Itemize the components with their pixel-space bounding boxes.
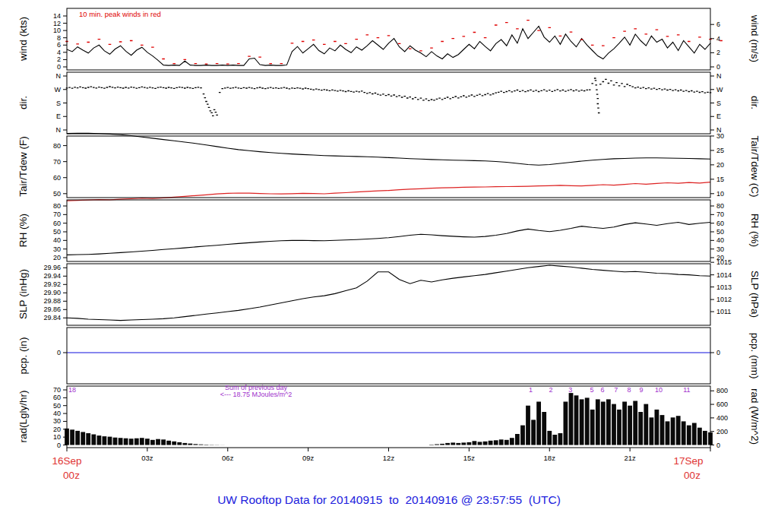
tick-label: 30 xyxy=(53,245,61,253)
peak-winds-note: 10 min. peak winds in red xyxy=(79,10,161,18)
rad-bar xyxy=(617,410,621,445)
panel-border xyxy=(67,72,710,134)
rad-bar xyxy=(188,444,192,445)
tick-label: 29.96 xyxy=(43,264,61,271)
tair-line xyxy=(67,133,710,165)
rad-bar xyxy=(644,404,648,445)
tick-label: 1013 xyxy=(716,283,732,291)
rad-hour-marker: 1 xyxy=(529,386,533,394)
tick-label: 50 xyxy=(53,402,61,410)
wind-direction-dots xyxy=(66,78,712,115)
tick-label: 4 xyxy=(57,49,61,56)
tick-label: 50 xyxy=(716,228,724,236)
rad-bar xyxy=(564,402,568,445)
rad-bar xyxy=(655,410,659,445)
tick-label: 30 xyxy=(716,132,724,140)
rad-bar xyxy=(451,442,455,445)
tick-label: 20 xyxy=(716,161,724,169)
rad-bar xyxy=(161,439,166,445)
rad-bar xyxy=(81,432,85,445)
rad-bar xyxy=(103,436,107,445)
rad-bar xyxy=(633,401,637,445)
rad-bar xyxy=(177,442,182,445)
rad-bar xyxy=(119,438,123,445)
tick-label: 40 xyxy=(53,236,61,244)
rad-bar xyxy=(703,431,707,445)
rad-hour-marker: 7 xyxy=(614,386,618,394)
rad-bar xyxy=(585,397,590,445)
tick-label: 60 xyxy=(53,220,61,227)
rad-bar xyxy=(628,406,632,445)
rad-bar xyxy=(199,445,204,445)
tick-label: 30 xyxy=(716,245,724,253)
rad-bar xyxy=(590,410,595,445)
rad-bar xyxy=(108,437,112,445)
x-axis-end-hour: 00z xyxy=(684,470,701,481)
meteogram-plot: 024681012140246NWSENNWSEN506070801015202… xyxy=(0,0,778,532)
tick-label: 29.92 xyxy=(43,280,61,288)
tick-label: 29.88 xyxy=(43,297,61,305)
x-tick-label: 03z xyxy=(141,454,153,462)
x-tick-label: 12z xyxy=(383,454,395,462)
tick-label: N xyxy=(56,126,62,134)
tick-label: 40 xyxy=(53,410,61,417)
rad-bar xyxy=(91,435,96,445)
rad-bar xyxy=(660,415,665,445)
rad-bar xyxy=(86,433,90,445)
tick-label: 60 xyxy=(53,394,61,401)
panel-slp: 29.8429.8629.8829.9029.9229.9429.9610111… xyxy=(43,258,732,325)
rad-bar xyxy=(194,444,198,445)
rad-bar xyxy=(697,428,702,445)
rad-bar xyxy=(150,440,155,445)
rad-bar xyxy=(478,442,482,445)
wind-direction-streaks xyxy=(204,81,600,116)
rad-hour-marker: 11 xyxy=(683,386,690,394)
tick-label: 2 xyxy=(716,49,720,56)
rad-bar xyxy=(182,443,187,445)
y-axis-label-temp-left: Tair/Tdew (F) xyxy=(17,136,29,197)
panel-rh: 2030405060708020304050607080 xyxy=(53,200,724,261)
panel-border xyxy=(67,136,710,198)
y-axis-label-slp-right: SLP (hPa) xyxy=(749,271,761,318)
tick-label: 80 xyxy=(53,142,61,150)
tick-label: 400 xyxy=(716,414,728,422)
y-axis-label-pcp-left: pcp. (in) xyxy=(17,337,29,375)
rad-bar xyxy=(612,404,616,445)
panel-rad: 0102030405060700200400600800181235678910… xyxy=(53,386,728,449)
panel-border xyxy=(67,8,710,70)
panel-border xyxy=(67,264,710,325)
rad-bar xyxy=(440,444,444,445)
rad-hour-marker: 9 xyxy=(639,386,643,394)
tick-label: W xyxy=(716,86,723,93)
y-axis-label-rh-left: RH (%) xyxy=(17,214,29,247)
tick-label: 20 xyxy=(53,426,61,433)
rad-hour-marker: 10 xyxy=(655,386,663,394)
panel-border xyxy=(67,328,710,384)
rad-bar xyxy=(75,431,80,445)
panel-pcp: 00 xyxy=(57,328,720,384)
tick-label: 40 xyxy=(716,236,724,244)
tick-label: 1011 xyxy=(716,308,731,315)
tick-label: 20 xyxy=(53,254,61,261)
tick-label: 10 xyxy=(53,27,61,34)
rad-bar xyxy=(435,445,439,445)
tick-label: 0 xyxy=(57,442,61,449)
tick-label: 800 xyxy=(716,387,728,394)
rad-bar xyxy=(489,441,493,445)
tick-label: 10 xyxy=(716,190,724,198)
x-tick-label: 06z xyxy=(222,454,234,462)
rad-bar xyxy=(650,417,654,445)
tick-label: 29.90 xyxy=(43,289,61,296)
rad-bar xyxy=(140,438,144,445)
rad-bar xyxy=(558,433,563,445)
x-tick-label: 09z xyxy=(302,454,315,462)
rad-bar xyxy=(692,423,697,445)
x-tick-label: 15z xyxy=(463,454,476,462)
tick-label: 600 xyxy=(716,401,728,408)
y-axis-label-rad-right: rad (W/m^2) xyxy=(749,388,761,445)
tick-label: 30 xyxy=(53,417,61,425)
tick-label: N xyxy=(716,72,722,80)
tick-label: 29.94 xyxy=(43,272,61,280)
rad-bar xyxy=(622,402,627,445)
tick-label: 0 xyxy=(57,63,61,71)
